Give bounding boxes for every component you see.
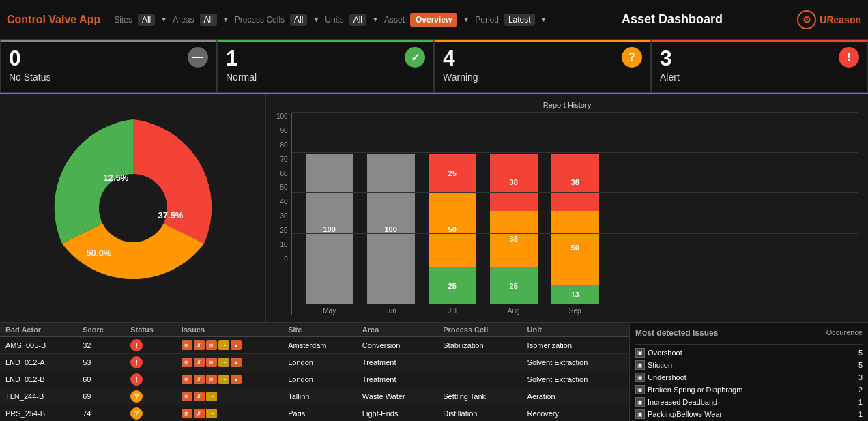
bar-jul-orange: 50 (429, 192, 476, 267)
svg-text:12.5%: 12.5% (103, 173, 128, 183)
cell-area: Treatment (357, 371, 437, 388)
table-row[interactable]: LND_012-A 53 ! ⊞ ✗ ⊠ 〜 ▲ London Treatmen… (0, 354, 629, 371)
main-content: 37.5% 50.0% 12.5% Report History 100 90 … (0, 94, 868, 322)
issue-count: 1 (858, 398, 863, 406)
status-dot: ! (130, 356, 143, 368)
cell-issues: ⊞ ✗ ⊠ 〜 ▲ (176, 371, 283, 388)
cell-area: Conversion (357, 337, 437, 354)
y-axis: 100 90 80 70 60 50 40 30 20 10 0 (276, 113, 291, 263)
no-status-icon: — (188, 47, 208, 68)
status-dot: ? (130, 390, 143, 403)
page-title: Asset Dashboard (547, 12, 798, 27)
process-cells-dropdown-icon[interactable]: ▼ (313, 16, 319, 23)
bad-actors-data-table: Bad Actor Score Status Issues Site Area … (0, 323, 629, 421)
issue-count: 1 (858, 410, 863, 418)
areas-label: Areas (173, 15, 194, 25)
units-value[interactable]: All (349, 14, 366, 26)
bars-container: 100 May 100 Jun 25 50 25 (291, 113, 858, 315)
cell-process-cell (437, 354, 521, 371)
process-cells-label: Process Cells (235, 15, 285, 25)
normal-count: 1 (226, 47, 425, 69)
pie-chart-svg: 37.5% 50.0% 12.5% (38, 113, 229, 304)
col-process-cell: Process Cell (437, 323, 521, 337)
bar-jul: 25 50 25 Jul (429, 154, 476, 315)
cell-issues: ⊞ ✗ ⊠ 〜 ▲ (176, 354, 283, 371)
status-card-warning[interactable]: 4 Warning ? (434, 40, 651, 93)
bar-sep-green: 13 (551, 285, 599, 304)
table-row[interactable]: TLN_244-B 69 ? ⊞ ✗ 〜 Tallinn Waste Water… (0, 388, 629, 405)
cell-unit: Solvent Extraction (522, 354, 629, 371)
sites-value[interactable]: All (138, 14, 155, 26)
bar-aug-red: 38 (490, 154, 538, 211)
cell-site: Tallinn (283, 388, 357, 405)
cell-status: ? (125, 388, 176, 405)
issue-label: Stiction (648, 361, 672, 369)
areas-value[interactable]: All (200, 14, 217, 26)
process-cells-value[interactable]: All (290, 14, 307, 26)
alert-label: Alert (660, 72, 859, 83)
cell-process-cell: Distillation (437, 405, 521, 422)
cell-score: 74 (77, 405, 125, 422)
no-status-count: 0 (9, 47, 208, 69)
chart-title: Report History (276, 101, 858, 109)
asset-overview-button[interactable]: Overview (410, 13, 457, 27)
sites-dropdown-icon[interactable]: ▼ (160, 16, 167, 23)
bar-chart-section: Report History 100 90 80 70 60 50 40 30 … (266, 94, 868, 322)
normal-label: Normal (226, 72, 425, 83)
issue-row: ▣ Packing/Bellows Wear 1 (635, 408, 863, 420)
issue-count: 5 (858, 361, 863, 369)
bar-sep-red: 38 (551, 154, 599, 211)
status-card-no-status[interactable]: 0 No Status — (0, 40, 217, 93)
bar-jun: 100 Jun (367, 154, 415, 315)
cell-process-cell: Stabilization (437, 337, 521, 354)
status-card-alert[interactable]: 3 Alert ! (651, 40, 868, 93)
cell-score: 69 (77, 388, 125, 405)
header: Control Valve App Sites All ▼ Areas All … (0, 0, 868, 40)
status-cards: 0 No Status — 1 Normal ✓ 4 Warning ? 3 A… (0, 40, 868, 94)
occurrence-header: Occurence (826, 328, 863, 342)
issue-name: ▣ Packing/Bellows Wear (635, 409, 722, 419)
bar-aug-label: Aug (508, 307, 520, 315)
bar-jun-label: Jun (386, 307, 396, 315)
table-row[interactable]: LND_012-B 60 ! ⊞ ✗ ⊠ 〜 ▲ London Treatmen… (0, 371, 629, 388)
alert-icon: ! (839, 47, 859, 68)
issue-row: ▣ Overshoot 5 (635, 347, 863, 359)
areas-dropdown-icon[interactable]: ▼ (222, 16, 229, 23)
svg-text:50.0%: 50.0% (86, 248, 111, 258)
period-dropdown-icon[interactable]: ▼ (540, 16, 547, 23)
table-row[interactable]: AMS_005-B 32 ! ⊞ ✗ ⊠ 〜 ▲ Amsterdam Conve… (0, 337, 629, 354)
issue-name: ▣ Broken Spring or Diaphragm (635, 385, 742, 394)
asset-dropdown-icon[interactable]: ▼ (463, 16, 469, 23)
units-dropdown-icon[interactable]: ▼ (372, 16, 379, 23)
cell-area: Waste Water (357, 388, 437, 405)
table-row[interactable]: PRS_254-B 74 ? ⊞ ✗ 〜 Paris Light-Ends Di… (0, 405, 629, 422)
issues-panel: Most detected Issues Occurence ▣ Oversho… (629, 323, 868, 421)
issue-icon: ▣ (635, 397, 645, 407)
period-value[interactable]: Latest (504, 14, 535, 26)
bar-aug: 38 38 25 Aug (490, 154, 538, 315)
ureason-logo-icon: ⚙ (797, 10, 816, 29)
col-status: Status (125, 323, 176, 337)
issues-panel-header: Most detected Issues Occurence (635, 328, 863, 345)
warning-count: 4 (443, 47, 642, 69)
cell-unit: Solvent Extraction (522, 371, 629, 388)
issue-row: ▣ Increased Deadband 1 (635, 396, 863, 408)
cell-site: Paris (283, 405, 357, 422)
cell-unit: Recovery (522, 405, 629, 422)
status-card-normal[interactable]: 1 Normal ✓ (217, 40, 434, 93)
col-site: Site (283, 323, 357, 337)
cell-site: London (283, 371, 357, 388)
issue-row: ▣ Stiction 5 (635, 359, 863, 371)
bar-jul-green: 25 (429, 267, 476, 304)
issue-name: ▣ Undershoot (635, 373, 686, 382)
cell-actor: AMS_005-B (0, 337, 77, 354)
no-status-label: No Status (9, 72, 208, 83)
issue-icon: ▣ (635, 373, 645, 382)
issues-list: ▣ Overshoot 5 ▣ Stiction 5 ▣ Undershoot … (635, 347, 863, 420)
issue-row: ▣ Undershoot 3 (635, 371, 863, 383)
status-dot: ? (130, 407, 143, 420)
issue-label: Undershoot (648, 373, 686, 381)
bad-actors-table: Bad Actor Score Status Issues Site Area … (0, 323, 629, 421)
col-area: Area (357, 323, 437, 337)
cell-status: ! (125, 354, 176, 371)
